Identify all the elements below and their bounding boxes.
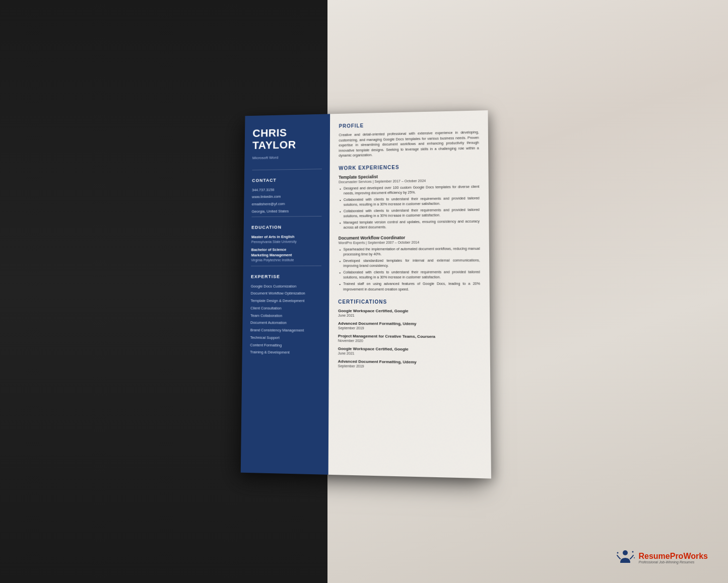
candidate-subtitle: Microsoft Word [252, 155, 321, 160]
divider-education [251, 216, 321, 217]
education-section-title: EDUCATION [251, 224, 321, 230]
contact-section-title: CONTACT [252, 177, 322, 183]
job-bullet-1-0: Spearheaded the implementation of automa… [338, 246, 480, 257]
svg-point-3 [634, 557, 635, 558]
work-experiences-title: WORK EXPERIENCES [339, 163, 479, 171]
divider-expertise [251, 265, 321, 266]
cert-name-2: Project Management for Creative Teams, C… [338, 334, 480, 339]
profile-title: PROFILE [339, 120, 479, 129]
brand-logo: ResumeProWorks Professional Job-Winning … [615, 548, 708, 568]
edu-degree-0: Master of Arts in English [251, 234, 321, 239]
job-bullet-0-2: Collaborated with clients to understand … [338, 207, 479, 219]
logo-icon [615, 548, 635, 568]
svg-point-2 [632, 551, 634, 553]
job-bullet-0-1: Collaborated with clients to understand … [338, 196, 479, 207]
job-bullet-1-2: Collaborated with clients to understand … [338, 270, 480, 280]
expertise-6: Brand Consistency Management [250, 328, 320, 333]
job-bullet-1-3: Trained staff on using advanced features… [338, 281, 480, 292]
profile-text: Creative and detail-oriented professiona… [339, 130, 479, 159]
resume-main: PROFILE Creative and detail-oriented pro… [328, 110, 491, 478]
resume-document: CHRIS TAYLOR Microsoft Word CONTACT 344.… [240, 110, 491, 478]
expertise-0: Google Docs Customization [250, 284, 321, 289]
job-bullet-0-3: Managed template version control and upd… [338, 219, 479, 231]
cert-date-3: June 2021 [338, 351, 480, 356]
expertise-section-title: EXPERTISE [250, 274, 321, 279]
job-company-1: WordPro Experts | September 2007 – Octob… [338, 240, 480, 245]
resume-sidebar: CHRIS TAYLOR Microsoft Word CONTACT 344.… [240, 114, 329, 474]
expertise-7: Technical Support [250, 335, 321, 341]
contact-linkedin: www.linkedin.com [251, 194, 321, 199]
cert-date-0: June 2021 [338, 314, 480, 318]
expertise-4: Team Collaboration [250, 313, 321, 318]
expertise-9: Training & Development [250, 350, 321, 355]
cert-name-1: Advanced Document Formatting, Udemy [338, 321, 480, 326]
edu-school-0: Pennsylvania State University [251, 240, 321, 244]
candidate-name: CHRIS TAYLOR [252, 126, 322, 152]
job-title-1: Document Workflow Coordinator [338, 235, 480, 241]
logo-works: Works [683, 552, 708, 560]
expertise-1: Document Workflow Optimization [250, 291, 321, 296]
svg-point-1 [617, 552, 619, 554]
logo-text: ResumeProWorks Professional Job-Winning … [638, 552, 708, 564]
expertise-5: Document Automation [250, 321, 320, 326]
logo-tagline: Professional Job-Winning Resumes [638, 560, 708, 564]
edu-degree-1: Bachelor of Science [251, 247, 321, 252]
logo-pro: Pro [670, 552, 684, 560]
resume-content: CHRIS TAYLOR Microsoft Word CONTACT 344.… [240, 110, 491, 478]
expertise-8: Content Formatting [250, 342, 321, 348]
edu-school-2: Virginia Polytechnic Institute [251, 258, 321, 261]
job-block-0: Template Specialist Documaster Services … [338, 173, 479, 231]
cert-date-4: September 2019 [338, 364, 481, 369]
expertise-2: Template Design & Development [250, 299, 321, 304]
contact-phone: 344.737.3158 [251, 187, 321, 192]
cert-date-2: November 2020 [338, 339, 480, 343]
job-bullet-0-0: Designed and developed over 100 custom G… [339, 184, 479, 196]
svg-point-0 [623, 550, 628, 555]
logo-resume: Resume [638, 552, 670, 560]
expertise-3: Client Consultation [250, 306, 321, 311]
job-block-1: Document Workflow Coordinator WordPro Ex… [338, 235, 480, 292]
certifications-title: CERTIFICATIONS [338, 299, 480, 305]
job-bullet-1-1: Developed standardized templates for int… [338, 258, 480, 268]
edu-degree-2: Marketing Management [251, 252, 321, 257]
cert-date-1: September 2019 [338, 326, 480, 330]
cert-name-0: Google Workspace Certified, Google [338, 309, 480, 314]
logo-name: ResumeProWorks [638, 552, 708, 560]
divider-contact [252, 169, 321, 170]
contact-email: emailishere@yf.com [251, 201, 321, 207]
contact-location: Georgia, United States [251, 208, 321, 214]
